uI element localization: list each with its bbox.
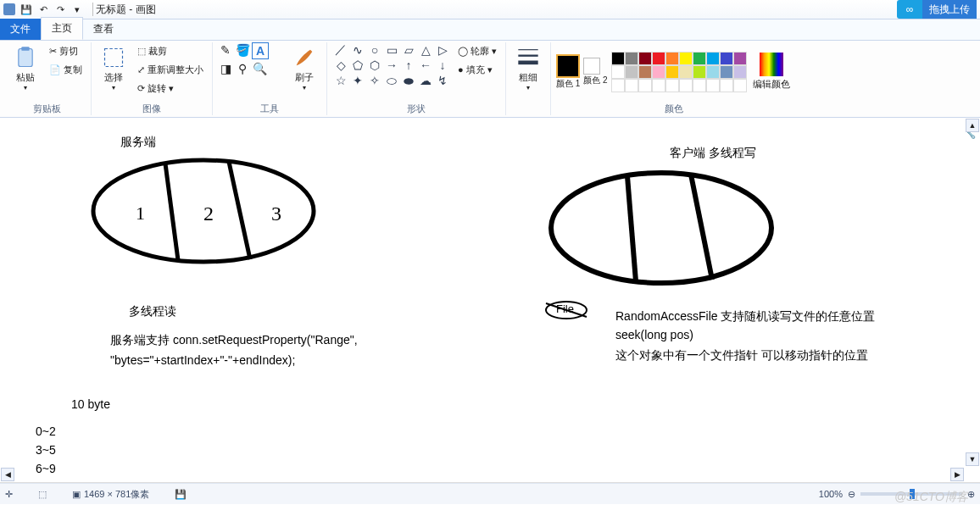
zoom-out-button[interactable]: ⊖ [848, 489, 855, 500]
rotate-button[interactable]: ⟳ 旋转 ▾ [134, 80, 207, 97]
paste-button[interactable]: 粘贴▾ [8, 42, 42, 95]
palette-color[interactable] [665, 65, 679, 79]
separator [92, 3, 93, 16]
range1: 0~2 [36, 424, 56, 438]
brush-icon [292, 46, 316, 69]
palette-color[interactable] [720, 52, 733, 65]
group-colors: 颜色 1 颜色 2 编辑颜色 颜色 [551, 42, 798, 115]
svg-point-9 [551, 173, 771, 283]
palette-color[interactable] [733, 79, 747, 92]
palette-color[interactable] [652, 65, 665, 79]
ribbon-tabs: 文件 主页 查看 [0, 19, 980, 41]
palette-color[interactable] [625, 52, 638, 65]
palette-color[interactable] [611, 52, 625, 65]
palette-color[interactable] [638, 65, 652, 79]
rainbow-icon [760, 53, 783, 76]
seg3: 3 [271, 202, 281, 225]
palette-color[interactable] [665, 79, 679, 92]
scroll-up[interactable]: ▲ [966, 119, 979, 132]
svg-rect-0 [19, 49, 32, 67]
palette-color[interactable] [625, 79, 638, 92]
crop-button[interactable]: ⬚ 裁剪 [134, 42, 207, 59]
range2: 3~5 [36, 443, 56, 457]
palette-color[interactable] [720, 79, 733, 92]
ribbon: 粘贴▾ ✂ 剪切 📄 复制 剪贴板 选择▾ ⬚ 裁剪 ⤢ 重新调整大小 ⟳ 旋转… [0, 41, 980, 118]
stroke-width-button[interactable]: 粗细▾ [511, 42, 545, 95]
tab-view[interactable]: 查看 [83, 19, 124, 40]
tool-grid: ✎ 🪣 A ◨ ⚲ 🔍 [218, 42, 284, 76]
tab-file[interactable]: 文件 [0, 19, 41, 40]
palette-color[interactable] [720, 65, 733, 79]
color2-swatch[interactable] [583, 58, 600, 75]
palette-color[interactable] [679, 79, 693, 92]
cloud-icon[interactable]: ∞ [897, 0, 922, 19]
scroll-left[interactable]: ◀ [1, 468, 14, 481]
fill-tool[interactable]: 🪣 [235, 42, 250, 58]
cut-button[interactable]: ✂ 剪切 [46, 42, 86, 59]
palette-color[interactable] [625, 65, 638, 79]
clipboard-icon [14, 46, 37, 69]
palette-color[interactable] [638, 79, 652, 92]
server-label: 服务端 [120, 135, 156, 150]
palette-color[interactable] [693, 65, 706, 79]
group-label: 图像 [142, 103, 161, 115]
canvas-viewport[interactable]: 服务端 客户端 多线程写 1 2 3 多线程读 服务端支持 conn.setRe… [0, 118, 980, 483]
group-label: 形状 [407, 103, 426, 115]
brush-label: 刷子 [295, 71, 314, 84]
picker-tool[interactable]: ⚲ [235, 61, 250, 76]
group-label: 工具 [260, 103, 279, 115]
palette-color[interactable] [706, 65, 720, 79]
svg-line-7 [165, 164, 178, 260]
outline-button[interactable]: ◯ 轮廓 ▾ [454, 42, 500, 59]
palette-color[interactable] [693, 79, 706, 92]
pencil-tool[interactable]: ✎ [218, 42, 233, 58]
tab-home[interactable]: 主页 [41, 17, 83, 40]
palette-color[interactable] [679, 65, 693, 79]
select-button[interactable]: 选择▾ [97, 42, 131, 95]
scroll-down[interactable]: ▼ [966, 452, 979, 466]
palette-color[interactable] [665, 52, 679, 65]
redo-button[interactable]: ↷ [53, 2, 68, 17]
drag-upload-button[interactable]: 拖拽上传 [922, 0, 977, 19]
select-label: 选择 [104, 71, 123, 84]
quick-access-toolbar: 💾 ↶ ↷ ▾ [19, 2, 85, 17]
save-button[interactable]: 💾 [19, 2, 34, 17]
svg-line-8 [229, 162, 250, 259]
palette-color[interactable] [679, 52, 693, 65]
copy-button[interactable]: 📄 复制 [46, 61, 86, 78]
palette-color[interactable] [638, 52, 652, 65]
palette-color[interactable] [652, 52, 665, 65]
palette-color[interactable] [733, 65, 747, 79]
svg-line-11 [691, 175, 712, 280]
edit-colors-button[interactable]: 编辑颜色 [750, 46, 793, 98]
zoom-in-button[interactable]: ⊕ [967, 489, 975, 500]
canvas[interactable]: 服务端 客户端 多线程写 1 2 3 多线程读 服务端支持 conn.setRe… [0, 118, 966, 483]
text-tool[interactable]: A [252, 42, 269, 59]
undo-button[interactable]: ↶ [36, 2, 51, 17]
server-line1: 服务端支持 conn.setRequestProperty("Range", [110, 333, 358, 348]
brush-button[interactable]: 刷子▾ [287, 42, 321, 95]
shape-gallery[interactable]: ／∿○▭▱△▷ ◇⬠⬡→↑←↓ ☆✦✧⬭⬬☁↯ [332, 42, 451, 88]
paste-label: 粘贴 [16, 71, 35, 84]
resize-button[interactable]: ⤢ 重新调整大小 [134, 61, 207, 78]
palette-color[interactable] [706, 79, 720, 92]
palette-color[interactable] [693, 52, 706, 65]
scroll-right[interactable]: ▶ [950, 468, 964, 481]
eraser-tool[interactable]: ◨ [218, 61, 233, 76]
client-ellipse [543, 164, 797, 300]
palette-color[interactable] [652, 79, 665, 92]
color1-swatch[interactable] [556, 54, 580, 78]
palette-color[interactable] [706, 52, 720, 65]
zoom-value: 100% [819, 489, 843, 499]
group-tools: ✎ 🪣 A ◨ ⚲ 🔍 刷子▾ 工具 [213, 42, 327, 115]
palette-color[interactable] [611, 65, 625, 79]
color1-label: 颜色 1 [556, 78, 580, 90]
group-clipboard: 粘贴▾ ✂ 剪切 📄 复制 剪贴板 [3, 42, 92, 115]
palette-color[interactable] [611, 79, 625, 92]
palette-color[interactable] [733, 52, 747, 65]
color-palette[interactable] [611, 52, 747, 92]
fill-button[interactable]: ● 填充 ▾ [454, 61, 500, 78]
qat-dropdown[interactable]: ▾ [70, 2, 85, 17]
read-label: 多线程读 [129, 304, 176, 319]
zoom-tool[interactable]: 🔍 [252, 61, 267, 76]
